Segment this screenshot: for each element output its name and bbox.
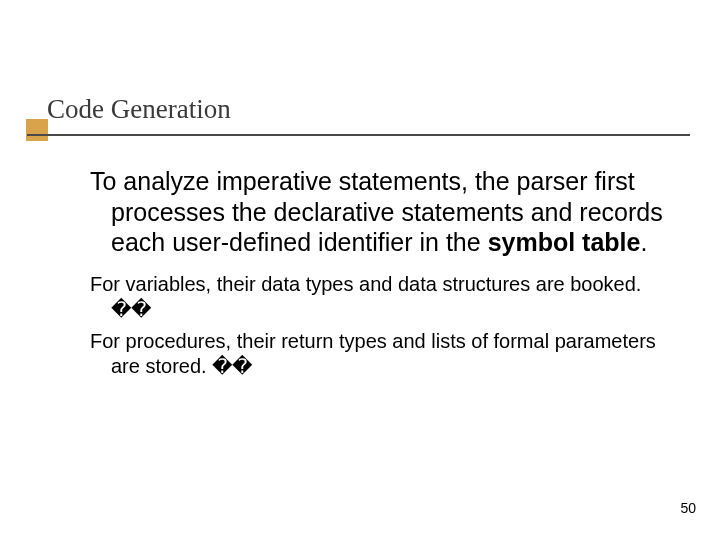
slide: Code Generation To analyze imperative st… [0, 0, 720, 540]
main-text-suffix: . [640, 228, 647, 256]
body-content: To analyze imperative statements, the pa… [90, 166, 668, 386]
main-paragraph: To analyze imperative statements, the pa… [90, 166, 668, 258]
title-area: Code Generation [47, 94, 690, 131]
slide-title: Code Generation [47, 94, 690, 125]
title-underline [27, 134, 690, 136]
sub-paragraph-1: For variables, their data types and data… [90, 272, 668, 323]
accent-square [26, 119, 48, 141]
sub-paragraph-2: For procedures, their return types and l… [90, 329, 668, 380]
placeholder-glyphs-2: �� [212, 355, 252, 377]
placeholder-glyphs-1: �� [111, 298, 151, 320]
page-number: 50 [680, 500, 696, 516]
main-text-bold: symbol table [488, 228, 641, 256]
sub2-text: For procedures, their return types and l… [90, 330, 656, 378]
sub1-text: For variables, their data types and data… [90, 273, 641, 295]
